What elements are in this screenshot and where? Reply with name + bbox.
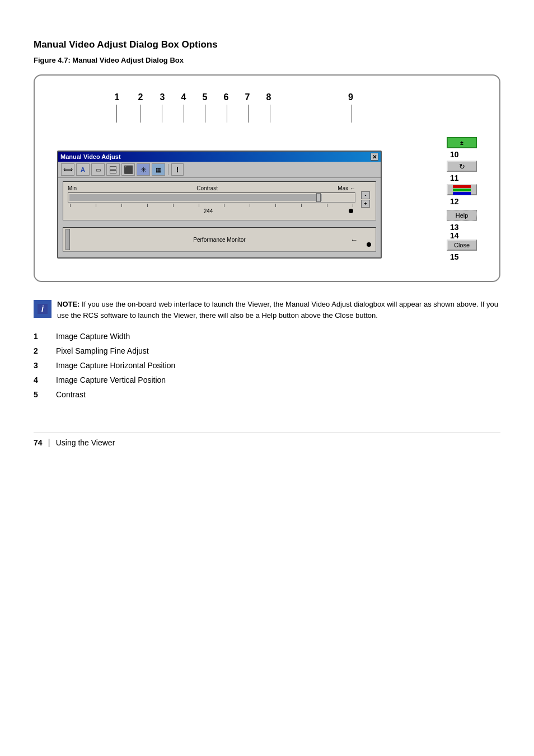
- list-item-4: 4 Image Capture Vertical Position: [34, 375, 500, 384]
- footer-separator: |: [48, 438, 50, 448]
- callout-number-14: 14: [450, 231, 459, 240]
- toolbar-btn-2[interactable]: A: [76, 163, 90, 176]
- minus-button[interactable]: -: [361, 191, 370, 199]
- list-text-3: Image Capture Horizontal Position: [56, 361, 175, 370]
- list-text-2: Pixel Sampling Fine Adjust: [56, 346, 149, 355]
- callout-number-15: 15: [450, 252, 459, 261]
- note-bold-label: NOTE:: [57, 300, 79, 308]
- callout-number-13: 13: [450, 223, 459, 232]
- slider-fill: [69, 194, 322, 201]
- close-button-titlebar[interactable]: ✕: [371, 153, 378, 161]
- pm-buttons: - +: [361, 191, 370, 208]
- callout-9: 9: [348, 92, 353, 102]
- note-content: NOTE: If you use the on-board web interf…: [57, 299, 500, 321]
- right-panel: ± 10 ↻ 11 1: [447, 123, 477, 261]
- contrast-labels: Min Contrast Max ←: [68, 185, 371, 191]
- callout-line-2: [140, 105, 140, 123]
- list-item-5: 5 Contrast: [34, 390, 500, 399]
- page-content: Manual Video Adjust Dialog Box Options F…: [34, 39, 500, 448]
- pencil-icon: i: [36, 303, 49, 315]
- figure-wrapper: 1 2 3 4 5 6 7 8 9: [57, 92, 477, 259]
- plus-button[interactable]: +: [361, 200, 370, 208]
- figure-caption: Figure 4.7: Manual Video Adjust Dialog B…: [34, 56, 500, 64]
- callout-numbers-top: 1 2 3 4 5 6 7 8: [105, 92, 279, 102]
- section-title: Manual Video Adjust Dialog Box Options: [34, 39, 500, 50]
- slider-track[interactable]: [68, 192, 355, 203]
- toolbar-btn-6[interactable]: ✳: [137, 163, 150, 176]
- list-num-1: 1: [34, 332, 43, 341]
- slider-dot: [349, 209, 353, 213]
- tick-9: [275, 204, 276, 207]
- tick-4: [147, 204, 148, 207]
- note-body: If you use the on-board web interface to…: [57, 300, 498, 320]
- contrast-label: Contrast: [196, 185, 218, 191]
- side-btn-rgb[interactable]: [447, 184, 477, 195]
- tick-1: [70, 204, 71, 207]
- callout-3: 3: [152, 92, 173, 102]
- perf-label: Performance Monitor: [68, 237, 371, 243]
- tick-5: [173, 204, 174, 207]
- callout-5: 5: [194, 92, 216, 102]
- numbered-list: 1 Image Capture Width 2 Pixel Sampling F…: [34, 332, 500, 399]
- toolbar-btn-1[interactable]: ⟺: [61, 163, 74, 176]
- help-button[interactable]: Help: [447, 210, 477, 221]
- close-button[interactable]: Close: [447, 240, 477, 251]
- page-footer: 74 | Using the Viewer: [34, 433, 500, 448]
- toolbar-btn-3[interactable]: ▭: [91, 163, 105, 176]
- list-text-5: Contrast: [56, 390, 86, 399]
- list-text-4: Image Capture Vertical Position: [56, 375, 166, 384]
- callout-number-12: 12: [450, 197, 459, 206]
- tick-12: [353, 204, 353, 207]
- list-num-4: 4: [34, 375, 43, 384]
- callout-7: 7: [237, 92, 258, 102]
- callout-line-9: [352, 105, 352, 123]
- tick-6: [199, 204, 199, 207]
- side-btn-sync[interactable]: ↻: [447, 161, 477, 172]
- tick-11: [327, 204, 327, 207]
- max-label: Max ←: [338, 185, 355, 191]
- list-num-3: 3: [34, 361, 43, 370]
- contrast-area: Min Contrast Max ← -: [63, 181, 376, 220]
- list-item-2: 2 Pixel Sampling Fine Adjust: [34, 346, 500, 355]
- tick-10: [301, 204, 302, 207]
- dialog-titlebar: Manual Video Adjust ✕: [58, 152, 381, 162]
- tick-7: [224, 204, 224, 207]
- list-num-5: 5: [34, 390, 43, 399]
- min-label: Min: [68, 185, 77, 191]
- callout-2: 2: [129, 92, 152, 102]
- callout-6: 6: [216, 92, 237, 102]
- performance-area: Performance Monitor ←: [63, 225, 376, 254]
- callout-line-3: [162, 105, 162, 123]
- slider-thumb: [316, 193, 321, 202]
- toolbar-btn-7[interactable]: ▦: [152, 163, 165, 176]
- dialog-window: Manual Video Adjust ✕ ⟺ A ▭: [57, 151, 382, 259]
- callout-line-5: [205, 105, 205, 123]
- perf-monitor: Performance Monitor ←: [63, 227, 376, 252]
- toolbar-btn-5[interactable]: ⬛: [121, 163, 135, 176]
- tick-3: [121, 204, 122, 207]
- toolbar-btn-4[interactable]: [106, 163, 120, 176]
- toolbar-btn-exclamation[interactable]: !: [171, 163, 184, 176]
- tick-2: [96, 204, 96, 207]
- side-btn-green[interactable]: ±: [447, 137, 477, 148]
- note-icon: i: [34, 300, 51, 318]
- callout-1: 1: [105, 92, 129, 102]
- list-text-1: Image Capture Width: [56, 332, 130, 341]
- list-item-1: 1 Image Capture Width: [34, 332, 500, 341]
- callout-line-7: [248, 105, 249, 123]
- arrow-left-icon: ←: [350, 236, 358, 244]
- dialog-title: Manual Video Adjust: [60, 153, 121, 160]
- perf-dot: [367, 242, 371, 247]
- note-section: i NOTE: If you use the on-board web inte…: [34, 299, 500, 321]
- callout-8: 8: [258, 92, 279, 102]
- footer-title: Using the Viewer: [56, 438, 115, 447]
- tick-8: [250, 204, 250, 207]
- callout-number-10: 10: [450, 150, 459, 159]
- callout-line-8: [270, 105, 270, 123]
- callout-line-4: [184, 105, 184, 123]
- vertical-slider[interactable]: [65, 229, 70, 250]
- callout-number-11: 11: [450, 173, 459, 182]
- callout-4: 4: [173, 92, 194, 102]
- list-item-3: 3 Image Capture Horizontal Position: [34, 361, 500, 370]
- dialog-body: Min Contrast Max ← -: [58, 178, 381, 257]
